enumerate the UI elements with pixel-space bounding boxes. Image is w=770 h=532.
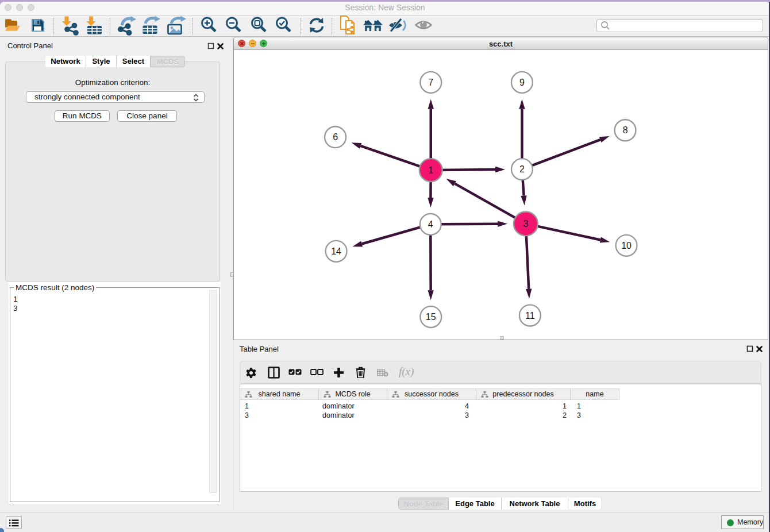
svg-text:4: 4 [428,219,433,229]
svg-text:3: 3 [523,219,528,229]
svg-text:1: 1 [428,165,433,175]
svg-text:11: 11 [525,311,535,321]
svg-text:9: 9 [519,78,525,87]
svg-text:8: 8 [623,125,628,135]
svg-text:7: 7 [428,78,433,87]
svg-text:10: 10 [621,241,632,250]
svg-text:2: 2 [519,164,525,174]
svg-text:14: 14 [331,246,341,256]
svg-text:6: 6 [333,132,338,142]
svg-text:15: 15 [426,312,436,322]
